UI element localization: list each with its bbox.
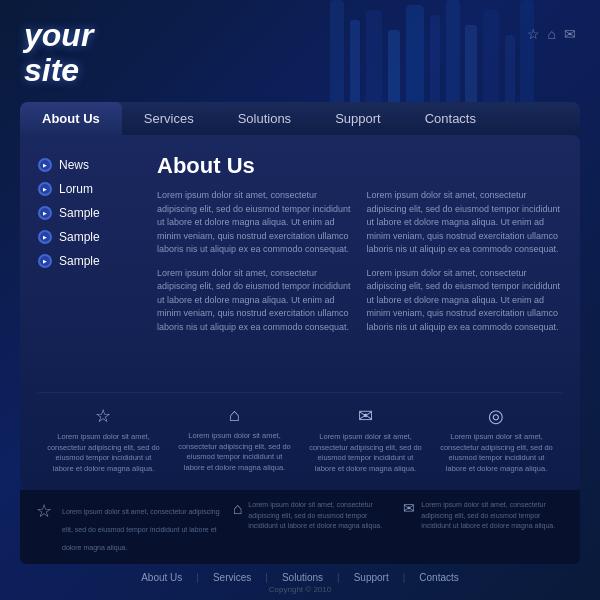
sidebar-item-sample1[interactable]: Sample	[38, 201, 143, 225]
logo-line2: site	[24, 52, 79, 88]
star-bottom-icon: ☆	[95, 405, 111, 427]
sidebar-label-sample2: Sample	[59, 230, 100, 244]
content-columns: Lorem ipsum dolor sit amet, consectetur …	[157, 189, 562, 344]
icon-block-circle: ◎ Lorem ipsum dolor sit amet, consectetu…	[439, 405, 554, 474]
arrow-news-icon	[38, 158, 52, 172]
col2-para2: Lorem ipsum dolor sit amet, consectetur …	[367, 267, 563, 335]
content-area: News Lorum Sample Sample Sample	[38, 153, 562, 378]
nav-services[interactable]: Services	[122, 102, 216, 135]
star-icon[interactable]: ☆	[527, 26, 540, 42]
footer-col2: ⌂ Lorem ipsum dolor sit amet, consectetu…	[233, 500, 394, 532]
nav-solutions[interactable]: Solutions	[216, 102, 313, 135]
sidebar-item-news[interactable]: News	[38, 153, 143, 177]
arrow-sample1-icon	[38, 206, 52, 220]
sidebar-label-sample3: Sample	[59, 254, 100, 268]
bottom-nav-contacts[interactable]: Contacts	[419, 572, 458, 583]
sidebar-item-lorum[interactable]: Lorum	[38, 177, 143, 201]
bottom-icons: ☆ Lorem ipsum dolor sit amet, consectetu…	[38, 392, 562, 474]
main-content: About Us Lorem ipsum dolor sit amet, con…	[157, 153, 562, 378]
header: your site ☆ ⌂ ✉	[0, 0, 600, 88]
icon-block-mail: ✉ Lorem ipsum dolor sit amet, consectetu…	[308, 405, 423, 474]
footer-text3: Lorem ipsum dolor sit amet, consectetur …	[421, 500, 564, 532]
footer-col3: ✉ Lorem ipsum dolor sit amet, consectetu…	[403, 500, 564, 532]
icon-block-mail-text: Lorem ipsum dolor sit amet, consectetur …	[308, 432, 423, 474]
nav-support[interactable]: Support	[313, 102, 403, 135]
sep2: |	[265, 572, 268, 583]
logo-line1: your	[24, 17, 93, 53]
sidebar-label-news: News	[59, 158, 89, 172]
circle-bottom-icon: ◎	[488, 405, 504, 427]
sidebar-label-lorum: Lorum	[59, 182, 93, 196]
icon-block-house-text: Lorem ipsum dolor sit amet, consectetur …	[177, 431, 292, 473]
bottom-nav-services[interactable]: Services	[213, 572, 251, 583]
content-col-left: Lorem ipsum dolor sit amet, consectetur …	[157, 189, 353, 344]
footer-bar: ☆ Lorem ipsum dolor sit amet, consectetu…	[20, 490, 580, 564]
main-box: News Lorum Sample Sample Sample	[20, 135, 580, 490]
sep3: |	[337, 572, 340, 583]
bottom-nav-support[interactable]: Support	[354, 572, 389, 583]
bottom-nav: About Us | Services | Solutions | Suppor…	[0, 564, 600, 585]
col1-para1: Lorem ipsum dolor sit amet, consectetur …	[157, 189, 353, 257]
footer-house-icon: ⌂	[233, 500, 243, 518]
nav-contacts[interactable]: Contacts	[403, 102, 498, 135]
footer-text2: Lorem ipsum dolor sit amet, consectetur …	[248, 500, 393, 532]
mail-icon[interactable]: ✉	[564, 26, 576, 42]
footer-text1: Lorem ipsum dolor sit amet, consectetur …	[62, 508, 220, 551]
arrow-sample2-icon	[38, 230, 52, 244]
arrow-lorum-icon	[38, 182, 52, 196]
icon-block-circle-text: Lorem ipsum dolor sit amet, consectetur …	[439, 432, 554, 474]
sidebar-item-sample2[interactable]: Sample	[38, 225, 143, 249]
sidebar-item-sample3[interactable]: Sample	[38, 249, 143, 273]
bottom-nav-solutions[interactable]: Solutions	[282, 572, 323, 583]
icon-block-star: ☆ Lorem ipsum dolor sit amet, consectetu…	[46, 405, 161, 474]
sep4: |	[403, 572, 406, 583]
footer-star-icon: ☆	[36, 500, 52, 522]
sidebar-label-sample1: Sample	[59, 206, 100, 220]
footer-mail-icon: ✉	[403, 500, 415, 516]
house-bottom-icon: ⌂	[229, 405, 240, 426]
sep1: |	[196, 572, 199, 583]
mail-bottom-icon: ✉	[358, 405, 373, 427]
col2-para1: Lorem ipsum dolor sit amet, consectetur …	[367, 189, 563, 257]
copyright-text: Copyright © 2010	[0, 585, 600, 600]
icon-block-house: ⌂ Lorem ipsum dolor sit amet, consectetu…	[177, 405, 292, 474]
icon-block-star-text: Lorem ipsum dolor sit amet, consectetur …	[46, 432, 161, 474]
nav-bar: About Us Services Solutions Support Cont…	[20, 102, 580, 135]
bottom-nav-about[interactable]: About Us	[141, 572, 182, 583]
page-wrapper: your site ☆ ⌂ ✉ About Us Services Soluti…	[0, 0, 600, 600]
sidebar: News Lorum Sample Sample Sample	[38, 153, 143, 378]
header-icons: ☆ ⌂ ✉	[527, 18, 576, 42]
home-icon[interactable]: ⌂	[548, 26, 556, 42]
page-title: About Us	[157, 153, 562, 179]
col1-para2: Lorem ipsum dolor sit amet, consectetur …	[157, 267, 353, 335]
footer-col1: Lorem ipsum dolor sit amet, consectetur …	[62, 500, 223, 554]
logo: your site	[24, 18, 93, 88]
nav-about[interactable]: About Us	[20, 102, 122, 135]
arrow-sample3-icon	[38, 254, 52, 268]
content-col-right: Lorem ipsum dolor sit amet, consectetur …	[367, 189, 563, 344]
